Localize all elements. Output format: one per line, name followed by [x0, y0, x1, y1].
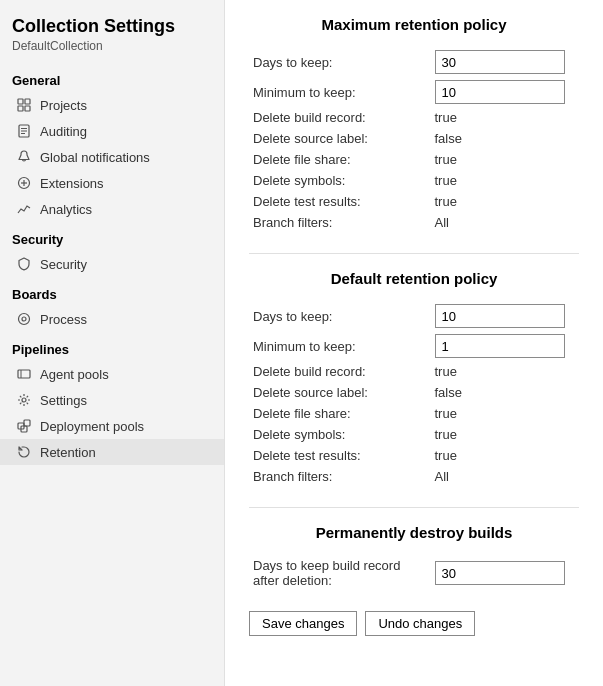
svg-rect-0 — [18, 99, 23, 104]
global-notifications-label: Global notifications — [40, 150, 150, 165]
process-label: Process — [40, 312, 87, 327]
security-icon — [16, 256, 32, 272]
deployment-pools-label: Deployment pools — [40, 419, 144, 434]
destroy-days-cell — [431, 555, 580, 591]
section-header-boards: Boards — [0, 277, 224, 306]
sidebar-item-settings[interactable]: Settings — [0, 387, 224, 413]
def-delete-symbols-row: Delete symbols: true — [249, 424, 579, 445]
collection-subtitle: DefaultCollection — [0, 39, 224, 63]
def-delete-source-label-label: Delete source label: — [249, 382, 431, 403]
save-button[interactable]: Save changes — [249, 611, 357, 636]
def-delete-symbols-label: Delete symbols: — [249, 424, 431, 445]
def-delete-test-results-label: Delete test results: — [249, 445, 431, 466]
svg-rect-17 — [24, 420, 30, 426]
max-days-to-keep-input[interactable] — [435, 50, 565, 74]
divider-2 — [249, 507, 579, 508]
max-delete-test-results-label: Delete test results: — [249, 191, 431, 212]
destroy-days-label: Days to keep build record after deletion… — [249, 555, 431, 591]
def-delete-symbols-value: true — [435, 427, 457, 442]
svg-point-12 — [22, 317, 26, 321]
def-delete-build-record-label: Delete build record: — [249, 361, 431, 382]
sidebar-item-agent-pools[interactable]: Agent pools — [0, 361, 224, 387]
svg-point-15 — [22, 398, 26, 402]
section-header-general: General — [0, 63, 224, 92]
def-minimum-to-keep-label: Minimum to keep: — [249, 331, 431, 361]
def-days-to-keep-cell — [431, 301, 580, 331]
sidebar-item-global-notifications[interactable]: Global notifications — [0, 144, 224, 170]
def-delete-build-record-value: true — [435, 364, 457, 379]
settings-label: Settings — [40, 393, 87, 408]
def-minimum-to-keep-input[interactable] — [435, 334, 565, 358]
max-minimum-to-keep-row: Minimum to keep: — [249, 77, 579, 107]
max-delete-file-share-label: Delete file share: — [249, 149, 431, 170]
auditing-label: Auditing — [40, 124, 87, 139]
def-delete-test-results-value: true — [435, 448, 457, 463]
sidebar-item-auditing[interactable]: Auditing — [0, 118, 224, 144]
def-delete-file-share-value: true — [435, 406, 457, 421]
section-header-security: Security — [0, 222, 224, 251]
max-delete-source-label-value: false — [435, 131, 462, 146]
def-days-to-keep-row: Days to keep: — [249, 301, 579, 331]
svg-rect-1 — [25, 99, 30, 104]
agent-pools-label: Agent pools — [40, 367, 109, 382]
default-policy-table: Days to keep: Minimum to keep: Delete bu… — [249, 301, 579, 487]
sidebar-item-deployment-pools[interactable]: Deployment pools — [0, 413, 224, 439]
max-delete-symbols-label: Delete symbols: — [249, 170, 431, 191]
max-days-to-keep-label: Days to keep: — [249, 47, 431, 77]
def-minimum-to-keep-row: Minimum to keep: — [249, 331, 579, 361]
def-days-to-keep-input[interactable] — [435, 304, 565, 328]
sidebar-item-projects[interactable]: Projects — [0, 92, 224, 118]
analytics-icon — [16, 201, 32, 217]
agent-pools-icon — [16, 366, 32, 382]
max-delete-test-results-value: true — [435, 194, 457, 209]
retention-icon — [16, 444, 32, 460]
def-branch-filters-row: Branch filters: All — [249, 466, 579, 487]
def-delete-test-results-row: Delete test results: true — [249, 445, 579, 466]
sidebar-item-process[interactable]: Process — [0, 306, 224, 332]
sidebar-item-analytics[interactable]: Analytics — [0, 196, 224, 222]
def-days-to-keep-label: Days to keep: — [249, 301, 431, 331]
process-icon — [16, 311, 32, 327]
main-content: Maximum retention policy Days to keep: M… — [225, 0, 603, 686]
max-days-to-keep-row: Days to keep: — [249, 47, 579, 77]
destroy-days-input[interactable] — [435, 561, 565, 585]
extensions-label: Extensions — [40, 176, 104, 191]
max-branch-filters-row: Branch filters: All — [249, 212, 579, 233]
max-delete-symbols-row: Delete symbols: true — [249, 170, 579, 191]
security-label: Security — [40, 257, 87, 272]
max-delete-build-record-value: true — [435, 110, 457, 125]
max-branch-filters-value: All — [435, 215, 449, 230]
max-days-to-keep-cell — [431, 47, 580, 77]
auditing-icon — [16, 123, 32, 139]
max-delete-source-label-row: Delete source label: false — [249, 128, 579, 149]
section-header-pipelines: Pipelines — [0, 332, 224, 361]
def-delete-file-share-row: Delete file share: true — [249, 403, 579, 424]
max-delete-source-label-label: Delete source label: — [249, 128, 431, 149]
maximum-policy-table: Days to keep: Minimum to keep: Delete bu… — [249, 47, 579, 233]
extensions-icon — [16, 175, 32, 191]
svg-rect-3 — [25, 106, 30, 111]
notifications-icon — [16, 149, 32, 165]
destroy-days-row: Days to keep build record after deletion… — [249, 555, 579, 591]
max-delete-file-share-value: true — [435, 152, 457, 167]
undo-button[interactable]: Undo changes — [365, 611, 475, 636]
maximum-section-title: Maximum retention policy — [249, 16, 579, 33]
def-branch-filters-label: Branch filters: — [249, 466, 431, 487]
def-delete-source-label-value: false — [435, 385, 462, 400]
sidebar-item-extensions[interactable]: Extensions — [0, 170, 224, 196]
settings-icon — [16, 392, 32, 408]
projects-label: Projects — [40, 98, 87, 113]
max-minimum-to-keep-cell — [431, 77, 580, 107]
sidebar-item-retention[interactable]: Retention — [0, 439, 224, 465]
max-minimum-to-keep-label: Minimum to keep: — [249, 77, 431, 107]
retention-label: Retention — [40, 445, 96, 460]
max-minimum-to-keep-input[interactable] — [435, 80, 565, 104]
def-branch-filters-value: All — [435, 469, 449, 484]
max-delete-build-record-row: Delete build record: true — [249, 107, 579, 128]
default-section-title: Default retention policy — [249, 270, 579, 287]
def-delete-file-share-label: Delete file share: — [249, 403, 431, 424]
def-minimum-to-keep-cell — [431, 331, 580, 361]
sidebar-item-security[interactable]: Security — [0, 251, 224, 277]
page-title: Collection Settings — [0, 12, 224, 39]
button-row: Save changes Undo changes — [249, 611, 579, 636]
